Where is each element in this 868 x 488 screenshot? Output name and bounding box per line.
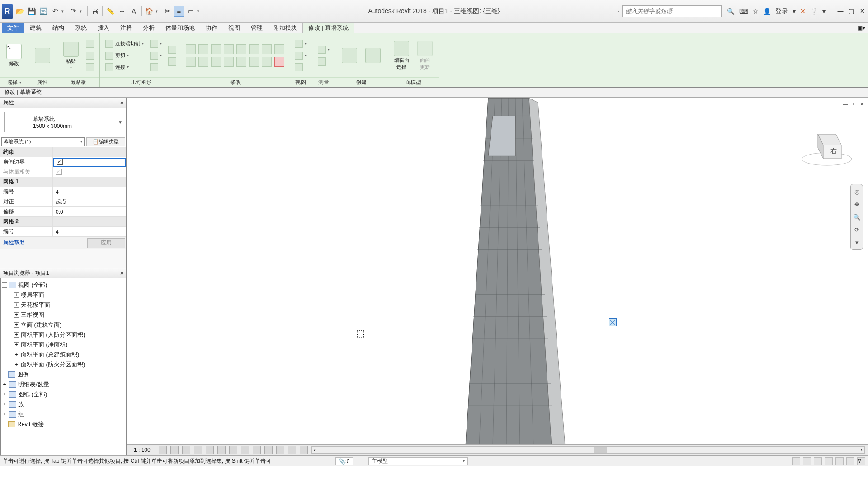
expand-icon[interactable]: +: [14, 352, 19, 357]
status-worksets-icon[interactable]: [324, 457, 332, 465]
create-similar-button[interactable]: [339, 46, 360, 65]
active-workset[interactable]: 主模型▾: [368, 457, 468, 465]
section-icon[interactable]: ✂: [162, 6, 173, 17]
tab-structure[interactable]: 结构: [47, 23, 70, 33]
wall-join-button[interactable]: [166, 45, 178, 55]
move-icon[interactable]: [186, 57, 196, 67]
orbit-icon[interactable]: ⟳: [852, 225, 861, 234]
constraint-icon[interactable]: [300, 446, 308, 454]
tree-elevations[interactable]: 立面 (建筑立面): [21, 321, 61, 329]
join-geom-button[interactable]: 连接▾: [104, 62, 146, 72]
expand-icon[interactable]: +: [14, 322, 19, 328]
properties-button[interactable]: [32, 46, 53, 65]
reveal-hidden-icon[interactable]: [264, 446, 273, 454]
nav-more-icon[interactable]: ▾: [852, 238, 861, 247]
crop-icon[interactable]: [217, 446, 226, 454]
sun-path-icon[interactable]: [182, 446, 190, 454]
select-links-icon[interactable]: [792, 457, 800, 465]
select-face-icon[interactable]: [825, 457, 833, 465]
tab-manage[interactable]: 管理: [245, 23, 268, 33]
tree-area4[interactable]: 面积平面 (防火分区面积): [21, 361, 85, 369]
tab-file[interactable]: 文件: [2, 23, 24, 33]
scale-display[interactable]: 1 : 100: [129, 447, 155, 453]
tab-massing[interactable]: 体量和场地: [160, 23, 200, 33]
create-group-button[interactable]: [363, 46, 383, 65]
tree-3dviews[interactable]: 三维视图: [21, 311, 44, 319]
expand-icon[interactable]: +: [14, 332, 19, 338]
hide-button[interactable]: ▾: [293, 39, 308, 49]
group-grid2[interactable]: 网格 2: [0, 217, 53, 226]
expand-icon[interactable]: +: [14, 292, 19, 298]
trim-icon[interactable]: [262, 44, 272, 54]
offset-icon[interactable]: [198, 44, 208, 54]
tree-groups[interactable]: 组: [18, 410, 24, 418]
pan-icon[interactable]: ✥: [852, 200, 861, 209]
edit-face-button[interactable]: 编辑面选择: [391, 39, 412, 72]
split-button[interactable]: [148, 62, 164, 72]
copy-button[interactable]: [84, 51, 96, 61]
search-input[interactable]: [622, 5, 722, 17]
shadows-icon[interactable]: [194, 446, 202, 454]
cut-button[interactable]: [84, 39, 96, 49]
3d-icon[interactable]: 🏠: [144, 6, 155, 17]
tree-area1[interactable]: 面积平面 (人防分区面积): [21, 331, 85, 339]
minimize-button[interactable]: —: [836, 7, 844, 15]
expand-icon[interactable]: +: [14, 302, 19, 308]
mirror-draw-icon[interactable]: [224, 44, 234, 54]
pin-icon[interactable]: [249, 57, 259, 67]
rendering-icon[interactable]: [206, 446, 214, 454]
keys-icon[interactable]: ⌨: [739, 8, 748, 15]
opening-button[interactable]: ▾: [148, 39, 164, 49]
select-underlay-icon[interactable]: [803, 457, 811, 465]
tab-context-modify[interactable]: 修改 | 幕墙系统: [302, 23, 354, 33]
measure-icon[interactable]: 📏: [105, 6, 116, 17]
editable-only-icon[interactable]: [357, 457, 365, 465]
measure-button[interactable]: ▾: [316, 45, 331, 55]
offset-value[interactable]: 0.0: [53, 209, 126, 215]
app-logo[interactable]: R: [2, 4, 13, 19]
delete-icon[interactable]: [274, 57, 284, 67]
checkbox-checked-icon[interactable]: [57, 159, 63, 165]
filter-icon[interactable]: ∇: [857, 457, 865, 465]
unhide-icon[interactable]: [241, 446, 249, 454]
close-button[interactable]: ✕: [858, 7, 866, 15]
tab-systems[interactable]: 系统: [70, 23, 92, 33]
thin-lines-icon[interactable]: ≡: [174, 6, 184, 17]
tree-area2[interactable]: 面积平面 (净面积): [21, 341, 67, 349]
extend-icon[interactable]: [274, 44, 284, 54]
number2-value[interactable]: 4: [53, 229, 126, 235]
redo-icon[interactable]: ↷: [68, 6, 79, 17]
maximize-button[interactable]: ▢: [847, 7, 855, 15]
properties-help-link[interactable]: 属性帮助: [0, 239, 28, 247]
detail-level-icon[interactable]: [159, 446, 167, 454]
edit-type-button[interactable]: 📋 编辑类型: [86, 137, 125, 146]
modify-tool[interactable]: ↖修改: [4, 42, 24, 69]
save-icon[interactable]: 💾: [26, 6, 37, 17]
undo-icon[interactable]: ↶: [50, 6, 61, 17]
zoom-icon[interactable]: 🔍: [852, 212, 861, 221]
dimension-icon[interactable]: ↔: [117, 6, 127, 17]
linework-button[interactable]: [293, 62, 308, 72]
demolish-button[interactable]: ▾: [148, 51, 164, 61]
print-icon[interactable]: 🖨: [90, 6, 100, 17]
tab-analyze[interactable]: 分析: [137, 23, 160, 33]
vp-restore-icon[interactable]: ▫: [850, 101, 857, 107]
expand-icon[interactable]: +: [2, 412, 7, 417]
expand-icon[interactable]: +: [14, 362, 19, 367]
matchtype-button[interactable]: [84, 62, 96, 72]
help-icon[interactable]: ❔: [810, 8, 818, 15]
number1-value[interactable]: 4: [53, 189, 126, 195]
sync-icon[interactable]: 🔄: [38, 6, 49, 17]
drag-elements-icon[interactable]: [835, 457, 844, 465]
text-icon[interactable]: A: [128, 6, 139, 17]
chevron-down-icon[interactable]: ▼: [118, 120, 123, 125]
tree-families[interactable]: 族: [18, 400, 24, 408]
paste-button[interactable]: 粘贴▾: [61, 40, 81, 71]
tab-architecture[interactable]: 建筑: [24, 23, 47, 33]
scale-icon[interactable]: [249, 44, 259, 54]
user-icon[interactable]: 👤: [763, 8, 771, 15]
background-icon[interactable]: [846, 457, 854, 465]
split-element-icon[interactable]: [236, 57, 246, 67]
tab-insert[interactable]: 插入: [92, 23, 115, 33]
mirror-pick-icon[interactable]: [211, 44, 221, 54]
